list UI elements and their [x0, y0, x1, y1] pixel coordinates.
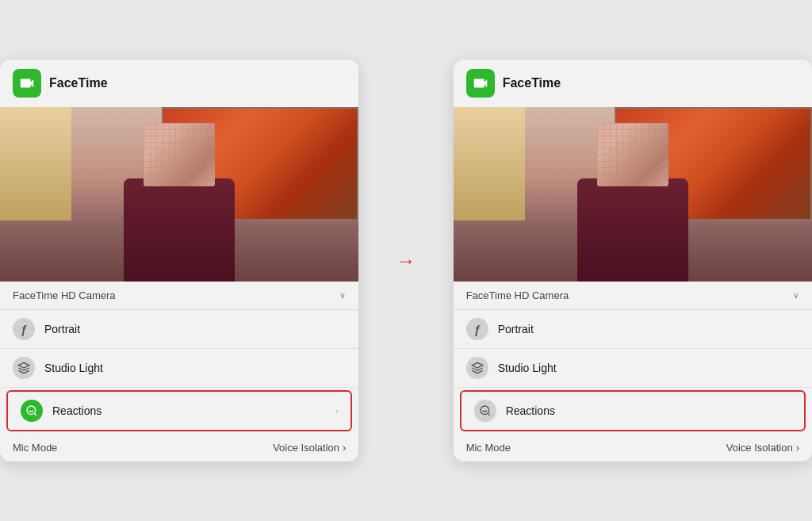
pixelated-face-right: [597, 123, 668, 186]
reactions-icon-right: [474, 400, 496, 422]
person-body-right: [577, 178, 688, 282]
portrait-icon-right: ƒ: [466, 318, 488, 340]
camera-label-right: FaceTime HD Camera: [466, 289, 569, 301]
studio-light-icon-left: [13, 357, 35, 379]
person-body-left: [124, 178, 235, 282]
mic-mode-right[interactable]: Mic Mode Voice Isolation ›: [454, 434, 812, 462]
svg-point-0: [27, 406, 36, 415]
left-panel: FaceTime FaceTime HD Camera ∨ ƒ Portrait: [0, 59, 358, 462]
video-preview-right: [454, 107, 812, 282]
reactions-label-right: Reactions: [506, 404, 791, 417]
camera-chevron-left: ∨: [339, 290, 346, 301]
pixel-grid-left: [144, 123, 215, 186]
camera-selector-left[interactable]: FaceTime HD Camera ∨: [0, 282, 358, 310]
mic-label-left: Mic Mode: [13, 442, 57, 454]
mic-value-left: Voice Isolation ›: [273, 442, 346, 454]
menu-area-right: FaceTime HD Camera ∨ ƒ Portrait Studio L…: [454, 282, 812, 462]
video-preview-left: [0, 107, 358, 282]
mic-label-right: Mic Mode: [466, 442, 511, 454]
mic-value-right: Voice Isolation ›: [726, 442, 799, 454]
camera-selector-right[interactable]: FaceTime HD Camera ∨: [454, 282, 812, 310]
reactions-svg-left: [25, 404, 38, 417]
mic-chevron-right: ›: [796, 442, 799, 454]
panel-header-right: FaceTime: [454, 59, 812, 107]
cube-icon-right: [471, 362, 484, 374]
mic-chevron-left: ›: [343, 442, 346, 454]
camera-icon-right: [472, 75, 489, 92]
arrow-icon: →: [396, 250, 416, 272]
reactions-label-left: Reactions: [52, 404, 326, 417]
facetime-icon-left: [13, 69, 41, 98]
painting-left-side-right: [454, 107, 525, 220]
studio-light-item-left[interactable]: Studio Light: [0, 349, 358, 388]
painting-left-side: [0, 107, 71, 220]
studio-light-label-left: Studio Light: [44, 362, 346, 374]
cube-icon-left: [17, 362, 30, 374]
panel-header-left: FaceTime: [0, 59, 358, 107]
pixelated-face-left: [144, 123, 215, 186]
reactions-item-left[interactable]: Reactions ›: [8, 392, 350, 430]
portrait-label-left: Portrait: [44, 323, 346, 335]
facetime-icon-right: [466, 69, 495, 98]
studio-light-icon-right: [466, 357, 488, 379]
camera-icon-left: [18, 75, 36, 92]
transition-arrow: →: [390, 250, 421, 272]
mic-mode-value-right: Voice Isolation: [726, 442, 793, 454]
reactions-item-right[interactable]: Reactions: [462, 392, 804, 430]
reactions-svg-right: [479, 404, 492, 417]
mic-mode-value-left: Voice Isolation: [273, 442, 339, 454]
studio-light-item-right[interactable]: Studio Light: [454, 349, 812, 388]
panel-title-right: FaceTime: [503, 76, 561, 90]
portrait-label-right: Portrait: [498, 323, 799, 335]
reactions-chevron-left: ›: [335, 406, 339, 416]
pixel-grid-right: [597, 123, 668, 186]
svg-point-1: [481, 406, 489, 415]
menu-area-left: FaceTime HD Camera ∨ ƒ Portrait Studio L…: [0, 282, 358, 462]
right-panel: FaceTime FaceTime HD Camera ∨ ƒ Portrait: [454, 59, 812, 462]
camera-chevron-right: ∨: [793, 290, 799, 301]
panel-title-left: FaceTime: [49, 76, 108, 90]
portrait-icon-left: ƒ: [13, 318, 35, 340]
reactions-icon-left: [21, 400, 43, 422]
portrait-item-right[interactable]: ƒ Portrait: [454, 310, 812, 349]
camera-label-left: FaceTime HD Camera: [13, 289, 116, 301]
studio-light-label-right: Studio Light: [498, 362, 799, 374]
mic-mode-left[interactable]: Mic Mode Voice Isolation ›: [0, 434, 358, 462]
portrait-item-left[interactable]: ƒ Portrait: [0, 310, 358, 349]
